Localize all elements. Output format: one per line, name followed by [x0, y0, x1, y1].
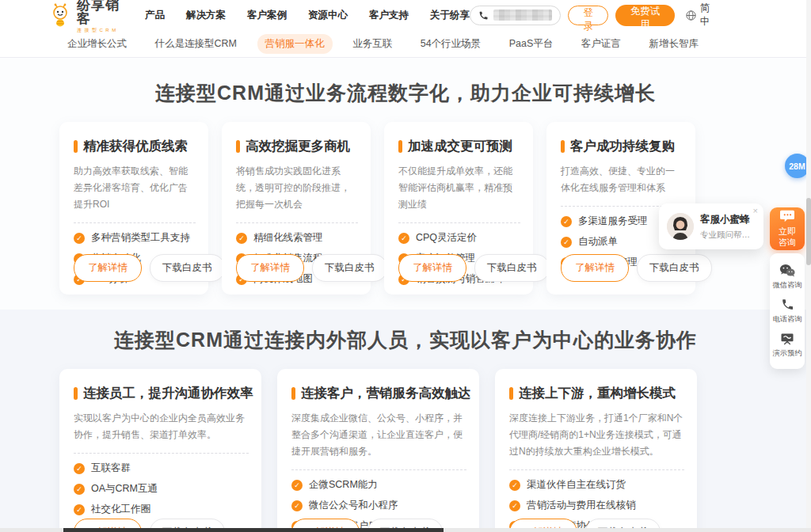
download-whitepaper-button[interactable]: 下载白皮书	[474, 254, 550, 282]
vertical-scrollbar-track[interactable]	[806, 0, 811, 532]
learn-more-button[interactable]: 了解详情	[561, 254, 629, 282]
card-title-text: 连接上下游，重构增长模式	[519, 385, 676, 402]
subnav-growth-library[interactable]: 新增长智库	[641, 34, 706, 54]
feature-item: ✓渠道伙伴自主在线订货	[509, 478, 684, 492]
menu-item-solutions[interactable]: 解决方案	[186, 9, 226, 22]
tool-label: 演示预约	[773, 348, 802, 359]
menu-item-resources[interactable]: 资源中心	[308, 9, 348, 22]
check-icon: ✓	[74, 504, 85, 515]
feature-label: 渠道伙伴自主在线订货	[527, 478, 626, 492]
title-accent-bar	[74, 140, 78, 153]
card-title-text: 高效挖掘更多商机	[246, 138, 350, 155]
instant-consult-button[interactable]: 立即咨询	[770, 207, 805, 250]
title-accent-bar	[561, 140, 565, 153]
globe-icon	[685, 10, 697, 21]
check-icon: ✓	[74, 233, 85, 244]
secondary-navbar: 企业增长公式 什么是连接型CRM 营销服一体化 业务互联 54个行业场景 Paa…	[0, 30, 811, 58]
check-icon: ✓	[398, 233, 409, 244]
subnav-business-connect[interactable]: 业务互联	[345, 34, 400, 54]
section-heading: 连接型CRM通过业务流程数字化，助力企业可持续增长	[0, 80, 811, 106]
card-description: 将销售成功实践固化进系统，透明可控的阶段推进，把握每一次机会	[236, 163, 358, 213]
check-icon: ✓	[74, 463, 85, 474]
feature-item: ✓多种营销类型工具支持	[74, 231, 196, 245]
section-digitalization: 连接型CRM通过业务流程数字化，助力企业可持续增长 精准获得优质线索 助力高效率…	[0, 58, 811, 310]
phone-consult-tool[interactable]: 电话咨询	[771, 298, 803, 325]
subnav-testimonials[interactable]: 客户证言	[573, 34, 629, 54]
brand-tagline: 连接型CRM	[77, 28, 129, 32]
menu-item-cases[interactable]: 客户案例	[247, 9, 287, 22]
brand-logo[interactable]: 纷享销客 连接型CRM	[49, 0, 129, 32]
menu-item-about[interactable]: 关于纷享	[430, 9, 470, 22]
check-icon: ✓	[291, 500, 303, 511]
subnav-what-is-crm[interactable]: 什么是连接型CRM	[147, 34, 245, 54]
feature-label: 多渠道服务受理	[578, 215, 648, 228]
card-leads: 精准获得优质线索 助力高效率获取线索、智能差异化潜客培育、优化广告提升ROI ✓…	[59, 122, 208, 294]
language-switcher[interactable]: 简中	[685, 2, 714, 28]
main-menu: 产品 解决方案 客户案例 资源中心 客户支持 关于纷享	[145, 9, 470, 22]
chat-assistant-popup[interactable]: 客服小蜜蜂 专业顾问帮您解答问题... ×	[659, 203, 763, 249]
learn-more-button[interactable]: 了解详情	[236, 254, 304, 282]
feature-label: 营销活动与费用在线核销	[527, 499, 636, 512]
subnav-growth-formula[interactable]: 企业增长公式	[59, 34, 135, 54]
download-whitepaper-button[interactable]: 下载白皮书	[150, 254, 225, 282]
instant-consult-label: 立即咨询	[777, 226, 798, 249]
title-accent-bar	[291, 387, 295, 400]
wechat-consult-tool[interactable]: 微信咨询	[771, 264, 803, 291]
dashed-divider	[74, 453, 249, 454]
section-collaboration: 连接型CRM通过连接内外部人员，实现以客户为中心的业务协作 连接员工，提升沟通协…	[0, 310, 811, 532]
feature-label: 微信公众号和小程序	[309, 499, 398, 512]
dashed-divider	[398, 222, 520, 223]
card-description: 不仅能提升成单效率，还能智能评估商机赢率，精准预测业绩	[398, 163, 520, 213]
feature-item: ✓企微SCRM能力	[291, 478, 466, 492]
check-icon: ✓	[509, 500, 520, 511]
card-deals: 加速成交更可预测 不仅能提升成单效率，还能智能评估商机赢率，精准预测业绩 ✓CP…	[384, 122, 533, 294]
phone-icon	[478, 10, 489, 21]
check-icon: ✓	[561, 216, 572, 227]
close-icon[interactable]: ×	[753, 207, 758, 215]
phone-contact-pill[interactable]	[470, 6, 561, 25]
horizontal-scrollbar-thumb[interactable]	[63, 528, 444, 532]
card-connect-customers: 连接客户，营销服务高效触达 深度集成企业微信、公众号、小程序，并整合多个沟通渠道…	[277, 369, 479, 532]
dashed-divider	[74, 222, 196, 223]
check-icon: ✓	[74, 484, 85, 495]
phone-icon	[781, 298, 794, 311]
feature-label: CPQ灵活定价	[416, 231, 477, 245]
tool-label: 电话咨询	[773, 314, 802, 325]
dashed-divider	[236, 222, 358, 223]
feature-item: ✓微信公众号和小程序	[291, 499, 466, 512]
subnav-marketing-sales-service[interactable]: 营销服一体化	[257, 34, 333, 54]
card-title-text: 客户成功持续复购	[570, 138, 675, 155]
title-accent-bar	[509, 387, 513, 400]
subnav-paas[interactable]: PaaS平台	[501, 34, 562, 54]
learn-more-button[interactable]: 了解详情	[74, 254, 142, 282]
menu-item-products[interactable]: 产品	[145, 9, 165, 22]
check-icon: ✓	[291, 480, 303, 491]
free-trial-button[interactable]: 免费试用	[615, 5, 674, 26]
agent-message: 专业顾问帮您解答问题...	[700, 230, 757, 241]
check-icon: ✓	[509, 480, 520, 491]
download-whitepaper-button[interactable]: 下载白皮书	[637, 254, 712, 282]
check-icon: ✓	[236, 233, 247, 244]
dashed-divider	[509, 469, 684, 470]
top-navbar: 纷享销客 连接型CRM 产品 解决方案 客户案例 资源中心 客户支持 关于纷享 …	[0, 0, 811, 30]
card-connect-partners: 连接上下游，重构增长模式 深度连接上下游业务，打通1个厂家和N个代理商/经销商的…	[495, 369, 697, 532]
vertical-scrollbar-thumb[interactable]	[806, 198, 811, 265]
login-button[interactable]: 登录	[568, 6, 608, 25]
demo-booking-tool[interactable]: 演示预约	[771, 332, 803, 359]
card-description: 深度连接上下游业务，打通1个厂家和N个代理商/经销商的1+N业务连接模式，可通过…	[509, 410, 684, 460]
presentation-board-icon	[780, 332, 794, 345]
language-label: 简中	[700, 2, 714, 28]
subnav-industry-scenes[interactable]: 54个行业场景	[413, 34, 489, 54]
feature-label: 自动派单	[578, 235, 618, 249]
feature-item: ✓社交化工作圈	[74, 503, 249, 516]
download-whitepaper-button[interactable]: 下载白皮书	[312, 254, 387, 282]
feature-item: ✓OA与CRM互通	[74, 482, 249, 496]
card-connect-employees: 连接员工，提升沟通协作效率 实现以客户为中心的企业内全员高效业务协作，提升销售、…	[59, 369, 261, 532]
feature-item: ✓营销活动与费用在线核销	[509, 499, 684, 512]
phone-number-blurred	[493, 10, 552, 21]
card-opportunities: 高效挖掘更多商机 将销售成功实践固化进系统，透明可控的阶段推进，把握每一次机会 …	[222, 122, 371, 294]
menu-item-support[interactable]: 客户支持	[369, 9, 409, 22]
feature-label: 互联客群	[91, 462, 131, 475]
learn-more-button[interactable]: 了解详情	[398, 254, 466, 282]
feature-item: ✓精细化线索管理	[236, 231, 358, 245]
